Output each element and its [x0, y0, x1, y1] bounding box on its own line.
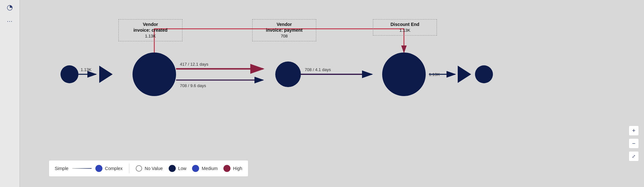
low-label: Low [178, 166, 187, 171]
no-value-label: No Value [145, 166, 163, 171]
edge-upper-label: 417 / 12.1 days [180, 62, 208, 67]
vendor-payment-label-box: Vendorinvoice: payment 708 [252, 19, 316, 41]
high-circle [223, 165, 230, 172]
start-node [60, 65, 78, 83]
discount-end-node [382, 53, 426, 96]
high-label: High [233, 166, 242, 171]
more-icon[interactable]: ··· [7, 18, 12, 25]
start-triangle [99, 66, 113, 83]
end-node [475, 65, 493, 83]
complex-label: Complex [105, 166, 123, 171]
discount-end-label-box: Discount End 1.13K [373, 19, 437, 36]
value-legend: No Value Low Medium High [136, 165, 242, 172]
main-canvas: 1.13K 417 / 12.1 days 708 / 9.6 days 708… [20, 0, 644, 187]
edge-payment-label: 708 / 4.1 days [305, 67, 331, 72]
legend-divider [129, 164, 129, 173]
sidebar: ◔ ··· [0, 0, 20, 187]
zoom-in-button[interactable]: + [629, 126, 639, 136]
simple-label: Simple [55, 166, 68, 171]
edge-start-label: 1.13K [81, 67, 92, 72]
end-triangle [458, 66, 471, 83]
complexity-legend: Simple Complex [55, 165, 123, 172]
zoom-controls: + − ⤢ [629, 126, 639, 161]
process-diagram: 1.13K 417 / 12.1 days 708 / 9.6 days 708… [20, 0, 644, 187]
chart-icon[interactable]: ◔ [7, 3, 13, 12]
complex-circle [95, 165, 102, 172]
vendor-created-node [133, 53, 176, 96]
complexity-line [72, 168, 92, 169]
low-circle [169, 165, 176, 172]
edge-lower-label: 708 / 9.6 days [180, 83, 206, 88]
zoom-out-button[interactable]: − [629, 138, 639, 149]
legend: Simple Complex No Value Low Medium High [49, 160, 248, 177]
vendor-created-count: 1.13K [145, 34, 156, 38]
discount-end-count: 1.13K [399, 28, 410, 33]
fit-button[interactable]: ⤢ [629, 151, 639, 161]
no-value-circle [136, 165, 142, 172]
medium-circle [192, 165, 199, 172]
vendor-payment-count: 708 [281, 34, 288, 38]
vendor-created-label-box: Vendorinvoice: created 1.13K [118, 19, 182, 41]
medium-label: Medium [202, 166, 218, 171]
vendor-payment-node [275, 61, 301, 87]
